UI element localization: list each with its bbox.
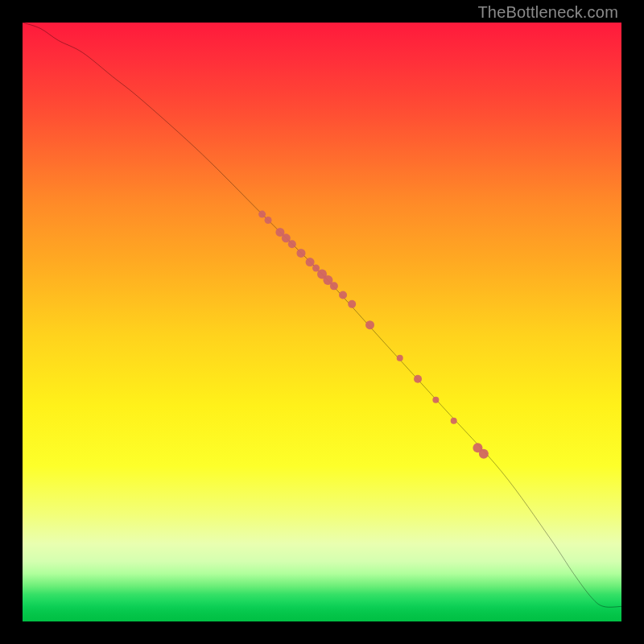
chart-svg: [23, 23, 621, 621]
data-point: [282, 233, 291, 242]
data-point: [397, 355, 403, 361]
data-point: [288, 240, 296, 248]
data-point: [258, 211, 266, 218]
data-point: [451, 418, 457, 424]
data-point: [339, 291, 347, 299]
data-point: [348, 300, 356, 308]
data-point: [265, 217, 272, 224]
data-point: [330, 282, 338, 290]
curve-group: [23, 23, 621, 607]
data-point: [414, 375, 422, 383]
chart-frame: TheBottleneck.com: [0, 0, 644, 644]
data-point: [296, 249, 305, 258]
data-points: [258, 211, 489, 459]
plot-area: [23, 23, 621, 621]
watermark-text: TheBottleneck.com: [477, 3, 618, 22]
data-point: [365, 320, 374, 329]
data-point: [432, 397, 439, 403]
bottleneck-curve: [23, 23, 621, 607]
data-point: [312, 265, 320, 272]
data-point: [479, 449, 489, 459]
data-point: [306, 258, 315, 266]
